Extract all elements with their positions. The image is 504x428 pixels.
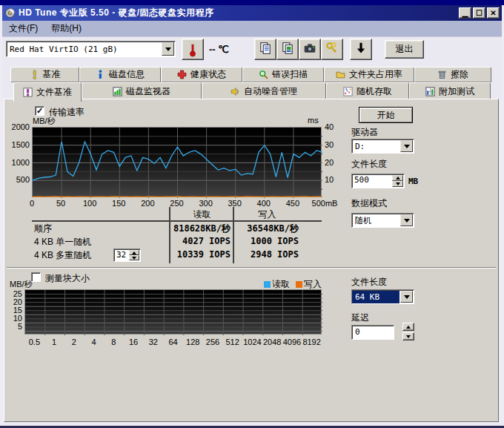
block-size-value: 64 KB <box>352 291 399 303</box>
queue-depth-down-icon[interactable] <box>129 255 139 260</box>
copy-text-button[interactable] <box>254 39 276 60</box>
window-title: HD Tune 专业版 5.50 - 硬盘/固态硬盘实用程序 <box>19 7 457 19</box>
close-button[interactable]: ✕ <box>487 7 500 19</box>
delay-down-icon[interactable] <box>402 332 414 340</box>
file-length-label: 文件长度 <box>351 158 387 171</box>
tab-附加测试[interactable]: 附加测试 <box>409 82 491 100</box>
chart1-xtick: 500mB <box>310 199 339 208</box>
window-controls: ▁ ☐ ✕ <box>457 7 500 19</box>
title-bar[interactable]: HD Tune 专业版 5.50 - 硬盘/固态硬盘实用程序 ▁ ☐ ✕ <box>2 5 502 21</box>
chart1-ytick-right: 40 <box>325 122 342 131</box>
block-size-combobox[interactable]: 64 KB <box>351 289 414 304</box>
file-length-up-icon[interactable] <box>392 175 403 181</box>
transfer-rate-checkbox[interactable]: ✓ <box>35 106 44 116</box>
drive-combobox[interactable]: D: <box>351 139 414 154</box>
menu-item-1[interactable]: 帮助(H) <box>44 21 88 36</box>
tab-label: 健康状态 <box>190 68 226 81</box>
chart1-xtick: 100 <box>78 199 102 208</box>
queue-depth-up-icon[interactable] <box>129 250 139 255</box>
tab-磁盘监视器[interactable]: 磁盘监视器 <box>82 82 202 100</box>
tab-擦除[interactable]: 擦除 <box>414 67 491 82</box>
read-column-header: 读取 <box>171 208 233 221</box>
exit-button[interactable]: 退出 <box>385 40 424 59</box>
chart1-xtick: 200 <box>136 199 159 208</box>
drive-label: 驱动器 <box>351 126 378 139</box>
temperature-button[interactable] <box>182 39 204 60</box>
queue-depth-stepper[interactable]: 32 <box>113 248 141 262</box>
app-icon <box>4 7 16 19</box>
exclamation-purple-icon <box>23 88 33 97</box>
chart1-y-right-title: ms <box>308 116 319 125</box>
chart1-ytick-left: 1500 <box>9 140 30 149</box>
info-icon <box>96 70 105 79</box>
tab-label: 错误扫描 <box>272 68 308 81</box>
table-write-value: 1000 IOPS <box>236 236 299 246</box>
table-write-value: 36548KB/秒 <box>236 223 299 235</box>
menu-bar: 文件(F)帮助(H) <box>2 21 502 36</box>
chevron-down-icon[interactable] <box>400 214 413 226</box>
minimize-button[interactable]: ▁ <box>459 7 471 19</box>
chart1-ytick-right: 20 <box>325 158 342 167</box>
transfer-rate-chart <box>32 127 322 197</box>
table-read-value: 4027 IOPS <box>145 236 231 246</box>
tab-健康状态[interactable]: 健康状态 <box>161 67 242 82</box>
trash-icon <box>437 70 447 79</box>
data-pattern-combobox[interactable]: 随机 <box>351 213 414 228</box>
thermometer-icon <box>188 42 198 57</box>
copy-image-button[interactable] <box>276 39 299 60</box>
table-read-value: 10339 IOPS <box>145 249 231 260</box>
tab-label: 磁盘监视器 <box>126 85 170 98</box>
delay-label: 延迟 <box>351 312 369 324</box>
save-arrow-button[interactable] <box>350 39 372 60</box>
write-column-header: 写入 <box>236 208 299 221</box>
tab-基准[interactable]: 基准 <box>10 67 79 82</box>
chevron-down-icon[interactable] <box>400 291 413 303</box>
keys-icon <box>325 42 339 57</box>
tab-文件夹占用率[interactable]: 文件夹占用率 <box>324 67 414 82</box>
screenshot-camera-button[interactable] <box>299 39 321 60</box>
table-divider-2 <box>233 207 234 263</box>
magnifier-icon <box>259 70 268 79</box>
drive-select-value: Red Hat VirtIO (21 gB) <box>7 43 161 56</box>
chevron-down-icon[interactable] <box>400 140 413 152</box>
file-length-value: 500 <box>352 174 391 188</box>
data-pattern-value: 随机 <box>352 214 399 228</box>
tab-自动噪音管理[interactable]: 自动噪音管理 <box>202 82 326 100</box>
file-length-down-icon[interactable] <box>392 181 403 187</box>
chart1-xtick: 450 <box>281 199 305 208</box>
block-size-label: 测量块大小 <box>45 272 90 285</box>
queue-depth-value: 32 <box>114 249 128 261</box>
speaker-icon <box>231 87 240 96</box>
temperature-value: -- ℃ <box>209 44 229 55</box>
chevron-down-icon[interactable] <box>162 42 174 56</box>
table-write-value: 2948 IOPS <box>236 249 299 260</box>
start-button[interactable]: 开始 <box>359 107 413 123</box>
maximize-button[interactable]: ☐ <box>473 7 485 19</box>
tab-label: 磁盘信息 <box>109 68 145 81</box>
bar-chart-icon <box>113 87 122 96</box>
drive-select[interactable]: Red Hat VirtIO (21 gB) <box>6 41 176 57</box>
chart1-ytick-right: 30 <box>325 140 342 149</box>
exclamation-yellow-icon <box>30 70 39 79</box>
keys-button[interactable] <box>321 39 343 60</box>
chart2-ytick: 5 <box>6 322 22 331</box>
tab-strip: 基准磁盘信息健康状态错误扫描文件夹占用率擦除 文件基准磁盘监视器自动噪音管理随机… <box>2 62 502 99</box>
tab-磁盘信息[interactable]: 磁盘信息 <box>79 67 161 82</box>
file-length-unit: MB <box>408 177 418 186</box>
delay-up-icon[interactable] <box>402 323 414 331</box>
delay-input[interactable]: 0 <box>351 325 394 340</box>
tab-错误扫描[interactable]: 错误扫描 <box>242 67 324 82</box>
file-length-stepper[interactable]: 500 <box>351 174 405 188</box>
chart1-ytick-left: 2000 <box>9 122 30 131</box>
chart1-y-left-title: MB/秒 <box>33 116 56 127</box>
menu-item-0[interactable]: 文件(F) <box>2 21 44 36</box>
table-row-label: 4 KB 多重随机 <box>34 249 91 262</box>
table-row-label: 4 KB 单一随机 <box>34 236 91 248</box>
tab-文件基准[interactable]: 文件基准 <box>13 82 82 102</box>
copy-image-icon <box>281 42 294 57</box>
chart1-ytick-right: 10 <box>325 175 342 184</box>
legend-swatch <box>296 281 302 288</box>
window-top-border <box>0 0 504 5</box>
tab-随机存取[interactable]: 随机存取 <box>326 82 409 100</box>
health-cross-icon <box>177 70 187 79</box>
